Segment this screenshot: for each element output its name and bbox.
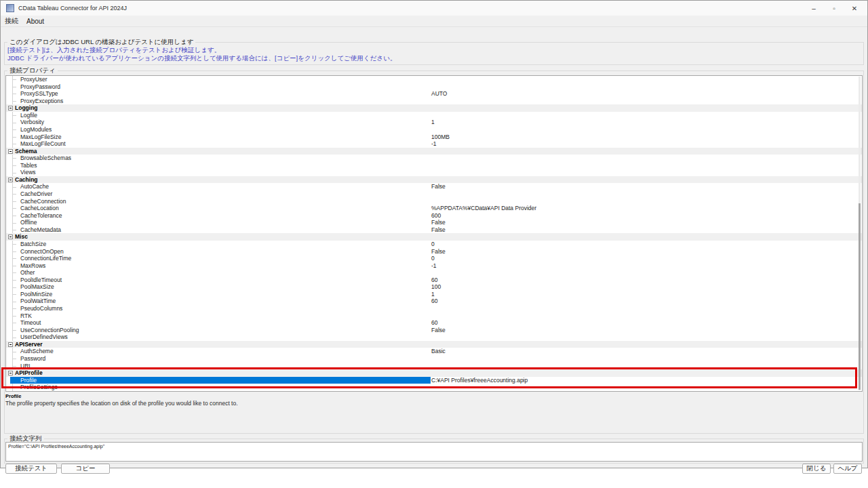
property-row-RTK[interactable]: RTK xyxy=(6,312,862,320)
property-row-PoolMaxSize[interactable]: PoolMaxSize100 xyxy=(6,283,862,291)
property-row-Tables[interactable]: Tables xyxy=(6,162,862,169)
menu-connect[interactable]: 接続 xyxy=(1,16,22,26)
property-row-BrowsableSchemas[interactable]: BrowsableSchemas xyxy=(6,155,862,162)
property-row-ProxySSLType[interactable]: ProxySSLTypeAUTO xyxy=(6,90,862,98)
property-row-ConnectionLifeTime[interactable]: ConnectionLifeTime0 xyxy=(6,255,862,262)
section-row-Schema[interactable]: Schema xyxy=(6,148,862,155)
property-row-CacheDriver[interactable]: CacheDriver xyxy=(6,190,862,198)
property-row-PoolMinSize[interactable]: PoolMinSize1 xyxy=(6,291,862,298)
row-label: Tables xyxy=(20,162,37,169)
tree-guide-tick xyxy=(12,123,16,123)
property-row-MaxLogFileSize[interactable]: MaxLogFileSize100MB xyxy=(6,134,862,141)
help-button[interactable]: ヘルプ xyxy=(833,464,862,474)
section-row-APIServer[interactable]: APIServer xyxy=(6,341,862,348)
row-label: URL xyxy=(20,363,32,370)
tree-guide-tick xyxy=(12,187,16,188)
row-label: BatchSize xyxy=(20,241,46,248)
tree-guide-tick xyxy=(12,330,16,331)
test-connection-button[interactable]: 接続テスト xyxy=(5,464,57,474)
property-row-UserDefinedViews[interactable]: UserDefinedViews xyxy=(6,333,862,341)
property-row-ProxyUser[interactable]: ProxyUser xyxy=(6,76,862,83)
section-row-Logging[interactable]: Logging xyxy=(6,104,862,112)
menu-about[interactable]: About xyxy=(22,16,48,26)
property-row-MaxLogFileCount[interactable]: MaxLogFileCount-1 xyxy=(6,140,862,148)
row-label: Misc xyxy=(15,233,28,241)
row-value: 600 xyxy=(431,212,441,220)
maximize-icon[interactable]: ▫ xyxy=(824,1,844,16)
property-row-AuthScheme[interactable]: AuthSchemeBasic xyxy=(6,348,862,355)
property-row-Profile[interactable]: ProfileC:¥API Profiles¥freeeAccounting.a… xyxy=(6,377,862,384)
row-value: 100MB xyxy=(431,134,450,141)
minimize-icon[interactable]: – xyxy=(804,1,824,16)
row-label: CacheConnection xyxy=(20,198,66,205)
property-row-CacheTolerance[interactable]: CacheTolerance600 xyxy=(6,212,862,220)
tree-guide-tick xyxy=(12,79,16,80)
tree-guide-tick xyxy=(12,266,16,266)
property-row-Logfile[interactable]: Logfile xyxy=(6,112,862,119)
property-row-CacheLocation[interactable]: CacheLocation%APPDATA%¥CData¥API Data Pr… xyxy=(6,205,862,212)
tree-guide-tick xyxy=(12,387,16,388)
property-row-Verbosity[interactable]: Verbosity1 xyxy=(6,119,862,126)
property-row-LogModules[interactable]: LogModules xyxy=(6,126,862,134)
tree-guide-tick xyxy=(12,287,16,288)
property-row-Other[interactable]: Other xyxy=(6,269,862,277)
property-row-PseudoColumns[interactable]: PseudoColumns xyxy=(6,305,862,312)
row-label: Verbosity xyxy=(20,119,44,126)
property-row-ProxyExceptions[interactable]: ProxyExceptions xyxy=(6,98,862,105)
property-row-AutoCache[interactable]: AutoCacheFalse xyxy=(6,183,862,190)
close-button[interactable]: 閉じる xyxy=(802,464,831,474)
collapse-icon[interactable] xyxy=(8,178,13,182)
row-value: 60 xyxy=(431,277,437,284)
property-row-ProxyPassword[interactable]: ProxyPassword xyxy=(6,83,862,91)
property-row-MaxRows[interactable]: MaxRows-1 xyxy=(6,262,862,270)
property-row-CacheConnection[interactable]: CacheConnection xyxy=(6,198,862,205)
row-label: PoolWaitTime xyxy=(20,298,56,305)
property-row-Password[interactable]: Password xyxy=(6,355,862,363)
tree-guide-tick xyxy=(12,201,16,202)
row-label: ConnectionLifeTime xyxy=(20,255,71,262)
property-row-BatchSize[interactable]: BatchSize0 xyxy=(6,241,862,248)
tree-guide-tick xyxy=(12,129,16,130)
collapse-icon[interactable] xyxy=(8,149,13,154)
row-label: Offline xyxy=(20,219,37,226)
property-row-Timeout[interactable]: Timeout60 xyxy=(6,319,862,327)
row-label: CacheTolerance xyxy=(20,212,62,220)
row-label: ConnectOnOpen xyxy=(20,248,64,256)
row-label: PoolMinSize xyxy=(20,291,52,298)
property-row-UseConnectionPooling[interactable]: UseConnectionPoolingFalse xyxy=(6,327,862,334)
property-row-Views[interactable]: Views xyxy=(6,169,862,176)
property-row-PoolIdleTimeout[interactable]: PoolIdleTimeout60 xyxy=(6,277,862,284)
connection-string-field[interactable]: Profile="C:\API Profiles\freeeAccounting… xyxy=(5,442,863,462)
section-row-Caching[interactable]: Caching xyxy=(6,176,862,184)
property-row-Offline[interactable]: OfflineFalse xyxy=(6,219,862,226)
row-label: APIServer xyxy=(15,341,43,348)
tree-guide-tick xyxy=(12,216,16,216)
collapse-icon[interactable] xyxy=(8,235,13,239)
close-icon[interactable]: ✕ xyxy=(844,1,865,16)
row-value: 100 xyxy=(431,283,441,291)
property-grid[interactable]: ProxyUserProxyPasswordProxySSLTypeAUTOPr… xyxy=(5,75,863,392)
property-row-URL[interactable]: URL xyxy=(6,363,862,370)
section-row-Misc[interactable]: Misc xyxy=(6,233,862,241)
row-label: Schema xyxy=(15,148,37,155)
collapse-icon[interactable] xyxy=(8,371,13,375)
property-row-PoolWaitTime[interactable]: PoolWaitTime60 xyxy=(6,298,862,305)
property-row-ConnectOnOpen[interactable]: ConnectOnOpenFalse xyxy=(6,248,862,256)
row-label: AuthScheme xyxy=(20,348,54,355)
row-label: PoolIdleTimeout xyxy=(20,277,62,284)
tree-guide-tick xyxy=(12,294,16,295)
row-label: UseConnectionPooling xyxy=(20,327,79,334)
collapse-icon[interactable] xyxy=(8,342,13,347)
section-row-APIProfile[interactable]: APIProfile xyxy=(6,369,862,377)
tree-guide-tick xyxy=(12,244,16,245)
app-icon xyxy=(6,4,14,12)
grid-scrollbar-thumb[interactable] xyxy=(859,203,861,390)
copy-button[interactable]: コピー xyxy=(61,464,110,474)
property-row-ProfileSettings[interactable]: ProfileSettings xyxy=(6,384,862,391)
property-row-CacheMetadata[interactable]: CacheMetadataFalse xyxy=(6,226,862,234)
row-label: CacheDriver xyxy=(20,190,52,198)
tree-guide-tick xyxy=(12,194,16,195)
row-label: Caching xyxy=(15,176,38,184)
row-value: False xyxy=(431,219,446,226)
collapse-icon[interactable] xyxy=(8,106,13,110)
